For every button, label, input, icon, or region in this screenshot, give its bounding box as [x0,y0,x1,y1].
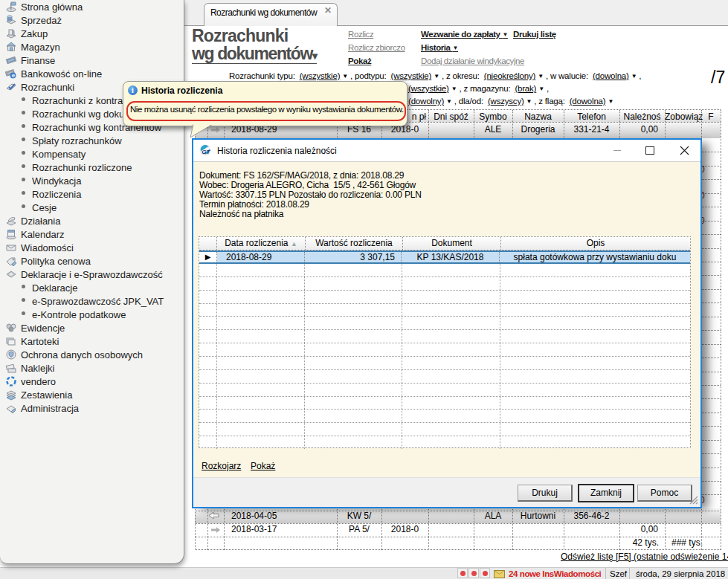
svg-text:e: e [12,72,16,79]
svg-text:GT: GT [202,149,210,155]
